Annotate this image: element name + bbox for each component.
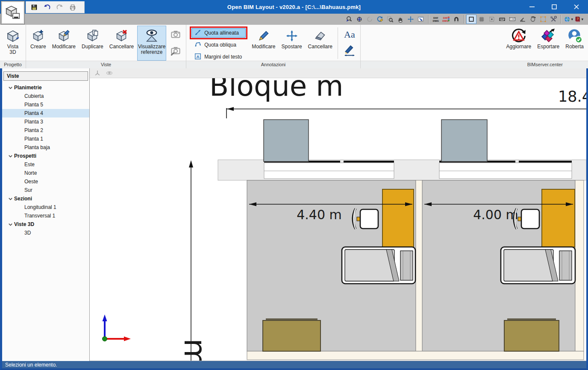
cube-edit-icon — [57, 28, 70, 44]
dimension-units-button[interactable]: 1.00 — [507, 15, 517, 24]
tree-item-oeste[interactable]: Oeste — [2, 177, 89, 186]
capture-view-button[interactable] — [168, 27, 183, 43]
tree-item-longitudinal-1[interactable]: Longitudinal 1 — [2, 203, 89, 211]
tree-item-este[interactable]: Este — [2, 160, 89, 169]
group-label-annotazioni: Annotazioni — [186, 61, 360, 68]
bed-2[interactable] — [501, 247, 575, 284]
camera-icon — [170, 29, 181, 41]
chevron-down-icon[interactable] — [8, 154, 14, 159]
stile-testo-button[interactable]: Aa — [344, 27, 355, 42]
wardrobe-1[interactable] — [263, 319, 320, 351]
web-globe-button[interactable]: ▾ — [563, 15, 573, 24]
quota-allineata-button[interactable]: Quota allineata — [191, 28, 246, 38]
selection-set-button[interactable] — [538, 15, 548, 24]
vista-3d-label: Vista 3D — [4, 44, 21, 55]
desk-2[interactable] — [542, 189, 575, 247]
views-panel-header: Viste — [3, 71, 88, 81]
dxf-layers-button[interactable]: DXFDWG — [441, 15, 451, 24]
ucs-axes — [103, 314, 131, 341]
modificare-vista-button[interactable]: Modificare — [50, 26, 78, 61]
tree-item-sezioni[interactable]: Sezioni — [2, 194, 89, 203]
save-button[interactable] — [29, 3, 39, 12]
tree-item-label: Planimetrie — [14, 85, 42, 91]
tree-item-planta-3[interactable]: Planta 3 — [2, 117, 89, 126]
tree-item-planimetrie[interactable]: Planimetrie — [2, 83, 89, 92]
desk-1[interactable] — [382, 189, 414, 247]
tree-item-planta-1[interactable]: Planta 1 — [2, 135, 89, 143]
wardrobe-2[interactable] — [504, 319, 559, 351]
grid-button[interactable] — [476, 15, 487, 24]
zoom-window-button[interactable] — [385, 15, 395, 24]
dimension-total-text[interactable]: 18.43 — [558, 88, 586, 105]
undo-button[interactable] — [42, 3, 52, 12]
aggiornare-button[interactable]: Aggiornare — [504, 26, 534, 61]
zoom-previous-button[interactable] — [344, 15, 354, 24]
stile-quota-button[interactable] — [343, 43, 356, 59]
drawing-canvas[interactable]: Bloque m 18.43 — [90, 68, 586, 361]
close-button[interactable] — [571, 2, 582, 12]
cancellare-vista-button[interactable]: Cancellare — [107, 26, 136, 61]
terrace-block-1[interactable] — [264, 120, 309, 162]
tree-item-label: 3D — [24, 230, 31, 236]
vista-3d-button[interactable]: Vista 3D — [2, 26, 24, 61]
zoom-extents-button[interactable] — [354, 15, 365, 24]
chevron-down-icon[interactable] — [8, 197, 14, 201]
tree-item-3d[interactable]: 3D — [2, 229, 89, 237]
tree-item-planta-5[interactable]: Planta 5 — [2, 100, 89, 109]
tree-item-viste-3d[interactable]: Viste 3D — [2, 220, 89, 229]
margini-del-testo-button[interactable]: A Margini del testo — [191, 52, 246, 62]
esportare-button[interactable]: Esportare — [535, 26, 562, 61]
window-controls — [526, 0, 585, 14]
modificare-annotazione-button[interactable]: Modificare — [249, 26, 278, 61]
creare-vista-button[interactable]: Creare — [28, 26, 49, 61]
group-label-bimserver: BIMserver.center — [502, 61, 588, 68]
visualizzare-referenze-button[interactable]: Visualizzare referenze — [137, 26, 166, 61]
move-view-button[interactable] — [406, 15, 416, 24]
screen-capture-button[interactable] — [68, 3, 77, 12]
tree-item-planta-2[interactable]: Planta 2 — [2, 126, 89, 135]
snap-magnet-button[interactable] — [451, 15, 462, 24]
keyboard-coordinates-button[interactable] — [497, 15, 507, 24]
tree-item-label: Sezioni — [14, 196, 32, 202]
terrace-block-2[interactable] — [441, 120, 487, 162]
eye-references-icon — [144, 28, 159, 44]
dxf-import-button[interactable]: DXFDWG — [431, 15, 441, 24]
app-menu-button[interactable] — [1, 1, 25, 24]
bed-1[interactable] — [342, 247, 415, 284]
minimize-button[interactable] — [526, 2, 538, 12]
tree-item-sur[interactable]: Sur — [2, 186, 89, 194]
user-account-button[interactable]: Roberta — [563, 26, 586, 61]
tree-item-norte[interactable]: Norte — [2, 169, 89, 177]
balcony-2 — [439, 163, 572, 179]
dimension-vertical-line[interactable] — [189, 160, 193, 361]
brush-dimension-icon — [343, 44, 356, 58]
help-book-button[interactable]: ?▾ — [573, 15, 584, 24]
pan-button[interactable] — [395, 15, 406, 24]
cancellare-annotazione-button[interactable]: Cancellare — [306, 26, 335, 61]
orbit-arc-button[interactable] — [528, 15, 538, 24]
tree-item-planta-4[interactable]: Planta 4 — [2, 109, 89, 117]
svg-text:DWG: DWG — [442, 20, 449, 22]
tree-item-cubierta[interactable]: Cubierta — [2, 92, 89, 100]
edit-capture-button[interactable] — [168, 43, 183, 59]
regenerate-button[interactable] — [375, 15, 385, 24]
duplicare-vista-button[interactable]: Duplicare — [79, 26, 106, 61]
protractor-button[interactable] — [517, 15, 528, 24]
svg-text:?: ? — [577, 17, 579, 21]
cube-copy-icon — [86, 28, 99, 44]
views-tree: PlanimetrieCubiertaPlanta 5Planta 4Plant… — [2, 83, 89, 237]
tools-button[interactable] — [548, 15, 559, 24]
maximize-button[interactable] — [549, 2, 560, 12]
quota-obliqua-button[interactable]: Quota obliqua — [191, 40, 246, 50]
dimension-room-1-text: 4.40 m — [297, 207, 342, 222]
select-mode-button[interactable] — [466, 15, 476, 24]
chevron-down-icon[interactable] — [8, 85, 14, 90]
tree-item-prospetti[interactable]: Prospetti — [2, 152, 89, 160]
tree-item-planta-baja[interactable]: Planta baja — [2, 143, 89, 152]
dimension-total-line[interactable] — [226, 107, 586, 119]
tree-item-transversal-1[interactable]: Transversal 1 — [2, 211, 89, 220]
previous-view-button[interactable] — [416, 15, 426, 24]
spostare-annotazione-button[interactable]: Spostare — [279, 26, 305, 61]
point-snap-button[interactable] — [487, 15, 497, 24]
chevron-down-icon[interactable] — [8, 222, 14, 227]
